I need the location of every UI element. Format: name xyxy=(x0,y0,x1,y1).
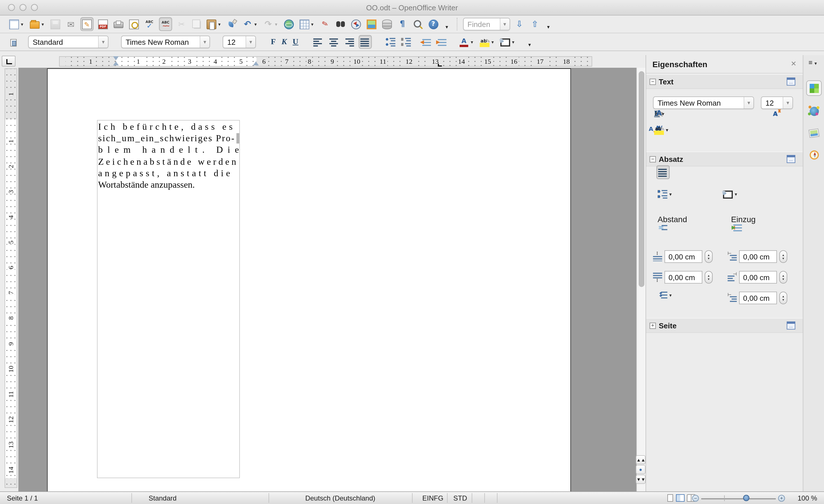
indent-firstline-field-stepper[interactable]: ▲▼ xyxy=(779,292,787,304)
chevron-down-icon[interactable]: ▼ xyxy=(310,22,314,26)
zoom-button[interactable] xyxy=(412,17,424,31)
zoom-slider-track[interactable] xyxy=(701,498,776,499)
underline-button[interactable]: U xyxy=(292,35,300,49)
page-style-indicator[interactable]: Standard xyxy=(148,494,177,502)
sidebar-tab-gallery[interactable] xyxy=(806,103,822,119)
spacing-below-field-stepper[interactable]: ▲▼ xyxy=(705,271,713,284)
paragraph-style-combobox[interactable]: Standard▼ xyxy=(28,35,108,48)
line-spacing-button[interactable]: ▼ xyxy=(656,288,674,302)
text-dialog-launcher-icon[interactable]: ⋯ xyxy=(787,78,795,86)
indent-after-field-stepper[interactable]: ▲▼ xyxy=(779,271,787,284)
sidebar-tab-images[interactable] xyxy=(806,125,822,141)
previous-page-button[interactable]: ▲▲ xyxy=(636,455,645,465)
tab-type-selector-button[interactable] xyxy=(2,56,15,67)
email-document-button[interactable] xyxy=(65,17,77,31)
bold-button[interactable]: F xyxy=(270,35,277,49)
paragraph-section-header[interactable]: − Absatz ⋯ xyxy=(646,152,803,167)
save-button[interactable] xyxy=(49,17,62,31)
chevron-down-icon[interactable]: ▼ xyxy=(20,22,24,26)
sidebar-align-justify-button[interactable] xyxy=(656,165,670,179)
navigation-object-button[interactable]: ● xyxy=(636,465,645,474)
expand-page-section-icon[interactable]: + xyxy=(649,323,656,329)
document-page[interactable]: Ich befürchte, dass essich_um_ein_schwie… xyxy=(47,68,571,491)
paste-button[interactable]: ▼ xyxy=(205,17,223,31)
edit-file-button[interactable] xyxy=(80,17,94,31)
italic-button[interactable]: K xyxy=(280,35,288,49)
chevron-down-icon[interactable]: ▼ xyxy=(274,22,278,26)
sidebar-close-icon[interactable]: ✕ xyxy=(791,60,797,68)
increase-indent-button[interactable] xyxy=(435,35,447,49)
text-line[interactable]: Wortabstände anzupassen. xyxy=(98,179,240,191)
bullet-list-button[interactable] xyxy=(400,35,412,49)
numbered-list-button[interactable] xyxy=(385,35,397,49)
open-button[interactable]: ▼ xyxy=(29,17,46,31)
decrease-spacing-button[interactable] xyxy=(656,220,668,234)
page-section-header[interactable]: + Seite ⋯ xyxy=(646,318,803,333)
page-preview-button[interactable] xyxy=(128,17,140,31)
export-pdf-button[interactable] xyxy=(97,17,109,31)
find-replace-button[interactable] xyxy=(334,17,346,31)
spacing-above-field[interactable]: 0,00 cm xyxy=(664,250,702,263)
autospellcheck-button[interactable] xyxy=(159,17,172,31)
highlighting-button[interactable]: ▼ xyxy=(479,35,496,49)
sidebar-tab-navigator[interactable] xyxy=(806,147,822,163)
chevron-down-icon[interactable]: ▼ xyxy=(500,18,509,30)
zoom-in-button[interactable]: + xyxy=(778,495,785,502)
find-overflow-button[interactable] xyxy=(544,17,552,31)
vertical-scrollbar-thumb[interactable] xyxy=(638,71,644,287)
draw-functions-button[interactable] xyxy=(319,17,331,31)
hanging-indent-button[interactable] xyxy=(731,220,743,234)
chevron-down-icon[interactable]: ▼ xyxy=(200,36,209,47)
sidebar-numbered-list-button[interactable]: ▼ xyxy=(656,187,674,201)
redo-button[interactable]: ▼ xyxy=(262,17,280,31)
indent-before-field-stepper[interactable]: ▲▼ xyxy=(779,250,787,263)
gallery-button[interactable] xyxy=(365,17,377,31)
navigator-button[interactable] xyxy=(350,17,362,31)
sidebar-font-name-combobox[interactable]: Times New Roman ▼ xyxy=(653,96,754,109)
chevron-down-icon[interactable]: ▼ xyxy=(41,22,45,26)
text-line[interactable]: angepasst, anstatt die xyxy=(98,168,240,179)
align-center-button[interactable] xyxy=(328,35,340,49)
title-bar[interactable]: OO.odt – OpenOffice Writer xyxy=(0,0,824,15)
indent-firstline-field[interactable]: 0,00 cm xyxy=(739,292,777,304)
next-page-button[interactable]: ▼▼ xyxy=(636,475,645,484)
new-document-button[interactable]: ▼ xyxy=(8,17,25,31)
align-right-button[interactable] xyxy=(343,35,355,49)
chevron-down-icon[interactable]: ▼ xyxy=(744,97,753,108)
background-color-button[interactable]: ▼ xyxy=(499,35,516,49)
font-name-combobox[interactable]: Times New Roman▼ xyxy=(121,35,210,48)
chevron-down-icon[interactable]: ▼ xyxy=(470,40,474,44)
font-color-button[interactable]: ▼ xyxy=(458,35,475,49)
chevron-down-icon[interactable]: ▼ xyxy=(98,36,108,47)
decrease-indent-button[interactable] xyxy=(420,35,432,49)
print-button[interactable] xyxy=(112,17,124,31)
toolbar2-overflow-button[interactable] xyxy=(526,35,534,49)
undo-button[interactable]: ▼ xyxy=(241,17,259,31)
zoom-out-button[interactable]: − xyxy=(692,495,699,502)
insert-mode-indicator[interactable]: EINFG xyxy=(422,494,443,502)
chevron-down-icon[interactable]: ▼ xyxy=(217,22,221,26)
zoom-slider-thumb[interactable] xyxy=(743,495,749,501)
text-section-header[interactable]: − Text ⋯ xyxy=(646,74,803,89)
find-combobox[interactable]: Finden▼ xyxy=(463,18,510,30)
chevron-down-icon[interactable]: ▼ xyxy=(491,40,495,44)
text-line[interactable]: Zeichenabstände werden xyxy=(98,156,240,167)
find-next-button[interactable] xyxy=(513,17,525,31)
page-indicator[interactable]: Seite 1 / 1 xyxy=(7,494,38,502)
indent-before-field[interactable]: 0,00 cm xyxy=(739,250,777,263)
sidebar-highlighting-button[interactable]: ▼ xyxy=(653,123,670,137)
copy-button[interactable] xyxy=(191,17,202,31)
help-button[interactable] xyxy=(427,17,439,31)
vertical-ruler[interactable]: 1 1234567891011121314 xyxy=(5,68,17,488)
chevron-down-icon[interactable]: ▼ xyxy=(511,40,515,44)
language-indicator[interactable]: Deutsch (Deutschland) xyxy=(269,494,412,502)
text-line[interactable]: Ich befürchte, dass es xyxy=(98,121,240,132)
align-left-button[interactable] xyxy=(312,35,324,49)
text-line[interactable]: blem handelt. Die xyxy=(98,144,240,156)
hyperlink-button[interactable] xyxy=(283,17,295,31)
chevron-down-icon[interactable]: ▼ xyxy=(783,97,793,108)
fill-format-button[interactable] xyxy=(8,35,18,49)
selection-mode-indicator[interactable]: STD xyxy=(453,494,467,502)
data-sources-button[interactable] xyxy=(381,17,393,31)
collapse-paragraph-section-icon[interactable]: − xyxy=(649,156,656,163)
